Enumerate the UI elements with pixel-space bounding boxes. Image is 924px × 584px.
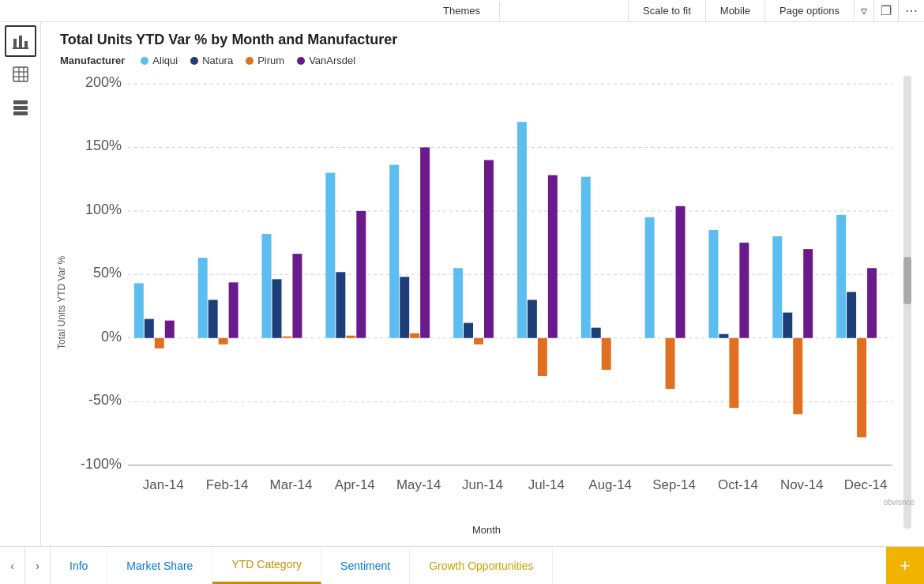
legend-item-pirum: Pirum bbox=[246, 55, 284, 66]
svg-text:150%: 150% bbox=[85, 138, 122, 153]
legend-label-vanarsdel: VanArsdel bbox=[309, 55, 355, 66]
bar-mar-aliqui bbox=[262, 234, 272, 338]
sidebar-icon-table[interactable] bbox=[5, 58, 36, 90]
chart-container: Total Units YTD Var % bbox=[54, 76, 911, 529]
legend-dot-natura bbox=[190, 57, 198, 65]
bar-aug-aliqui bbox=[581, 177, 591, 338]
tab-add-button[interactable]: + bbox=[886, 547, 924, 584]
svg-rect-4 bbox=[13, 67, 28, 81]
bar-oct-pirum bbox=[729, 338, 738, 408]
bar-nov-pirum bbox=[793, 338, 802, 415]
svg-text:100%: 100% bbox=[85, 202, 122, 217]
bar-apr-natura bbox=[336, 272, 345, 337]
svg-rect-1 bbox=[19, 36, 22, 48]
scale-to-fit-button[interactable]: Scale to fit bbox=[628, 0, 705, 22]
scrollbar-thumb[interactable] bbox=[903, 257, 911, 304]
top-bar: Themes Scale to fit Mobile Page options … bbox=[0, 0, 924, 22]
svg-text:-100%: -100% bbox=[81, 456, 122, 472]
bar-jun-vanarsdel bbox=[484, 160, 494, 338]
legend-item-aliqui: Aliqui bbox=[141, 55, 178, 66]
legend-item-natura: Natura bbox=[190, 55, 233, 66]
legend-dot-aliqui bbox=[141, 57, 148, 65]
svg-text:Oct-14: Oct-14 bbox=[718, 477, 758, 492]
mobile-button[interactable]: Mobile bbox=[705, 0, 764, 22]
chart-area: Total Units YTD Var % by Month and Manuf… bbox=[41, 22, 924, 546]
legend-item-vanarsdel: VanArsdel bbox=[297, 55, 355, 66]
tab-next-button[interactable]: › bbox=[25, 547, 51, 584]
bottom-tabs: ‹ › Info Market Share YTD Category Senti… bbox=[0, 546, 924, 584]
top-bar-right: Scale to fit Mobile Page options ▿ ❐ ⋯ bbox=[628, 0, 924, 22]
svg-text:Apr-14: Apr-14 bbox=[335, 477, 375, 492]
bar-oct-vanarsdel bbox=[739, 243, 749, 338]
bar-dec-vanarsdel bbox=[867, 268, 877, 337]
expand-icon[interactable]: ❐ bbox=[873, 0, 898, 22]
legend-prefix: Manufacturer bbox=[60, 55, 125, 66]
bar-jul-vanarsdel bbox=[548, 175, 558, 338]
legend-label-aliqui: Aliqui bbox=[152, 55, 178, 66]
bar-nov-vanarsdel bbox=[803, 249, 813, 338]
tab-sentiment[interactable]: Sentiment bbox=[321, 547, 410, 584]
attribution: obvisnce bbox=[884, 498, 915, 507]
legend-dot-pirum bbox=[246, 57, 254, 65]
bar-jul-natura bbox=[528, 300, 537, 337]
themes-button[interactable]: Themes bbox=[424, 2, 500, 20]
bar-dec-natura bbox=[847, 292, 856, 337]
more-options-icon[interactable]: ⋯ bbox=[898, 0, 924, 22]
bar-nov-aliqui bbox=[772, 236, 782, 338]
bar-may-aliqui bbox=[389, 165, 399, 338]
legend: Manufacturer Aliqui Natura Pirum VanArsd… bbox=[60, 55, 911, 66]
bar-nov-natura bbox=[783, 313, 792, 338]
bar-aug-natura bbox=[592, 328, 601, 338]
bar-feb-vanarsdel bbox=[229, 282, 239, 337]
svg-text:0%: 0% bbox=[101, 329, 122, 345]
svg-text:Nov-14: Nov-14 bbox=[780, 477, 824, 492]
top-bar-center: Themes bbox=[424, 2, 500, 20]
bar-may-pirum bbox=[410, 333, 419, 338]
svg-text:Dec-14: Dec-14 bbox=[844, 477, 888, 492]
svg-text:Sep-14: Sep-14 bbox=[652, 477, 696, 492]
legend-label-pirum: Pirum bbox=[257, 55, 284, 66]
bar-may-vanarsdel bbox=[420, 147, 430, 337]
main-area: Total Units YTD Var % by Month and Manuf… bbox=[0, 22, 924, 546]
tab-growth-opportunities[interactable]: Growth Opportunities bbox=[410, 547, 553, 584]
sidebar-icon-barchart[interactable] bbox=[5, 25, 36, 57]
page-options-button[interactable]: Page options bbox=[764, 0, 854, 22]
bar-mar-natura bbox=[272, 279, 282, 337]
bar-aug-pirum bbox=[602, 338, 611, 370]
sidebar bbox=[0, 22, 41, 546]
scrollbar-right[interactable] bbox=[903, 76, 911, 529]
svg-text:50%: 50% bbox=[93, 265, 122, 281]
bar-may-natura bbox=[400, 277, 409, 337]
bar-dec-aliqui bbox=[836, 215, 846, 338]
bar-jun-natura bbox=[464, 323, 473, 338]
bar-oct-aliqui bbox=[708, 230, 718, 338]
svg-rect-0 bbox=[13, 39, 17, 48]
bar-oct-natura bbox=[719, 334, 728, 338]
svg-text:May-14: May-14 bbox=[396, 477, 441, 492]
filter-icon[interactable]: ▿ bbox=[854, 0, 873, 22]
svg-rect-11 bbox=[13, 111, 28, 115]
y-axis-label: Total Units YTD Var % bbox=[54, 76, 69, 529]
tab-market-share[interactable]: Market Share bbox=[107, 547, 212, 584]
sidebar-icon-stacked[interactable] bbox=[5, 92, 36, 123]
svg-text:Aug-14: Aug-14 bbox=[588, 477, 632, 492]
bar-feb-natura bbox=[208, 300, 218, 337]
tab-prev-button[interactable]: ‹ bbox=[0, 547, 25, 584]
bar-jan-natura bbox=[145, 319, 154, 338]
bar-apr-vanarsdel bbox=[356, 211, 366, 338]
svg-rect-2 bbox=[24, 41, 28, 48]
svg-text:Jan-14: Jan-14 bbox=[143, 477, 184, 492]
bar-jun-pirum bbox=[474, 338, 483, 345]
bar-apr-aliqui bbox=[325, 173, 335, 338]
svg-text:200%: 200% bbox=[85, 76, 122, 90]
legend-dot-vanarsdel bbox=[297, 57, 305, 65]
grid-and-bars: .grid-line { stroke: #ccc; stroke-width:… bbox=[73, 76, 900, 521]
tab-ytd-category[interactable]: YTD Category bbox=[212, 547, 321, 584]
tab-info[interactable]: Info bbox=[51, 547, 107, 584]
bar-jul-pirum bbox=[538, 338, 547, 376]
chart-inner: .grid-line { stroke: #ccc; stroke-width:… bbox=[73, 76, 900, 529]
svg-text:Jul-14: Jul-14 bbox=[528, 477, 565, 492]
svg-text:-50%: -50% bbox=[88, 392, 122, 408]
bar-apr-pirum bbox=[346, 336, 355, 338]
chart-svg: .grid-line { stroke: #ccc; stroke-width:… bbox=[73, 76, 900, 521]
